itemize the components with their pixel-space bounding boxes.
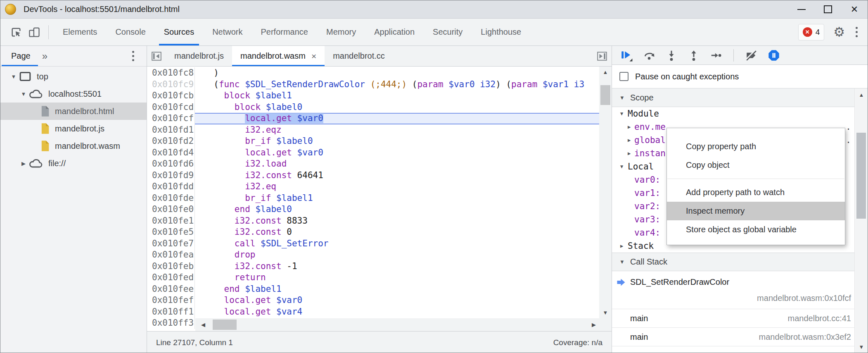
editor-horizontal-scrollbar[interactable]: ◀ ▶ — [195, 318, 599, 331]
call-stack-section-header[interactable]: ▼ Call Stack — [612, 253, 868, 271]
code-line[interactable]: 0x010fcf local.get $var0 — [147, 113, 612, 124]
gutter-address[interactable]: 0x010fd9 — [147, 170, 195, 181]
scope-section-header[interactable]: ▼ Scope — [612, 88, 868, 107]
scroll-up-icon[interactable]: ▲ — [599, 69, 612, 75]
gutter-address[interactable]: 0x010fc9 — [147, 79, 195, 91]
code-line[interactable]: 0x010fc9 (func $SDL_SetRenderDrawColor (… — [147, 79, 612, 91]
tab-page[interactable]: Page — [0, 46, 41, 66]
code-line-text[interactable]: i32.const 0 — [195, 227, 612, 238]
pause-on-exceptions-button[interactable] — [768, 49, 780, 62]
close-button[interactable]: ✕ — [841, 0, 868, 18]
more-tabs-icon[interactable]: » — [42, 50, 47, 62]
vertical-scroll-thumb[interactable] — [600, 85, 610, 105]
code-line[interactable]: 0x010fdd i32.eq — [147, 181, 612, 193]
editor-tab-mandelbrot-wasm[interactable]: mandelbrot.wasm× — [232, 46, 325, 66]
menu-item-copy-property-path[interactable]: Copy property path — [667, 137, 845, 156]
show-right-panel-button[interactable] — [593, 46, 612, 66]
gutter-address[interactable]: 0x010fcb — [147, 90, 195, 102]
gutter-address[interactable]: 0x010fe7 — [147, 238, 195, 250]
code-line-text[interactable]: block $label0 — [195, 102, 612, 113]
gutter-address[interactable]: 0x010fe5 — [147, 227, 195, 238]
code-line-text[interactable]: i32.const 64641 — [195, 170, 612, 181]
gutter-address[interactable]: 0x010fd1 — [147, 124, 195, 136]
code-line-text[interactable]: end $label0 — [195, 204, 612, 215]
code-line[interactable]: 0x010fe7 call $SDL_SetError — [147, 238, 612, 250]
sidebar-item-mandelbrot-wasm[interactable]: mandelbrot.wasm — [0, 137, 147, 155]
step-into-button[interactable] — [666, 50, 677, 61]
editor-tab-mandelbrot-js[interactable]: mandelbrot.js — [166, 46, 232, 66]
frame-location[interactable]: mandelbrot.wasm:0x10fcf — [757, 293, 851, 303]
code-line[interactable]: 0x010fea drop — [147, 249, 612, 261]
gutter-address[interactable]: 0x010fc8 — [147, 67, 195, 79]
chevron-right-icon[interactable]: ▶ — [628, 137, 631, 143]
code-line[interactable]: 0x010fee end $label1 — [147, 284, 612, 295]
gutter-address[interactable]: 0x010fd2 — [147, 136, 195, 147]
editor-tab-mandelbrot-cc[interactable]: mandelbrot.cc — [325, 46, 393, 66]
code-line-text[interactable]: br_if $label1 — [195, 193, 612, 204]
gutter-address[interactable]: 0x010fed — [147, 272, 195, 284]
code-line-text[interactable]: i32.const 8833 — [195, 215, 612, 227]
resume-button[interactable] — [620, 49, 633, 62]
settings-gear-icon[interactable]: ⚙ — [833, 26, 845, 38]
scroll-right-icon[interactable]: ▶ — [592, 318, 596, 331]
deactivate-breakpoints-button[interactable] — [745, 50, 757, 61]
code-line-text[interactable]: block $label1 — [195, 90, 612, 102]
menu-item-copy-object[interactable]: Copy object — [667, 156, 845, 174]
chevron-right-icon[interactable]: ▶ — [19, 160, 28, 167]
code-view[interactable]: 0x010fc8 )0x010fc9 (func $SDL_SetRenderD… — [147, 67, 612, 331]
code-line-text[interactable]: i32.eq — [195, 181, 612, 193]
tab-elements[interactable]: Elements — [54, 19, 106, 45]
chevron-right-icon[interactable]: ▶ — [628, 124, 631, 130]
code-line[interactable]: 0x010fd1 i32.eqz — [147, 124, 612, 136]
code-line-text[interactable]: (func $SDL_SetRenderDrawColor (;444;) (p… — [195, 79, 612, 91]
sidebar-item-mandelbrot-js[interactable]: mandelbrot.js — [0, 120, 147, 137]
tab-security[interactable]: Security — [424, 19, 472, 45]
code-line[interactable]: 0x010fed return — [147, 272, 612, 284]
chevron-right-icon[interactable]: ▶ — [620, 243, 623, 249]
gutter-address[interactable]: 0x010fcf — [147, 113, 195, 124]
code-line[interactable]: 0x010fe5 i32.const 0 — [147, 227, 612, 238]
chevron-down-icon[interactable]: ▼ — [620, 111, 623, 117]
tab-memory[interactable]: Memory — [317, 19, 365, 45]
code-line[interactable]: 0x010fd9 i32.const 64641 — [147, 170, 612, 181]
chevron-down-icon[interactable]: ▼ — [19, 91, 28, 97]
menu-item-store-object-as-global-variable[interactable]: Store object as global variable — [667, 220, 845, 239]
code-line-text[interactable]: drop — [195, 249, 612, 261]
code-line-text[interactable]: local.get $var0 — [195, 295, 612, 306]
step-out-button[interactable] — [688, 50, 700, 61]
device-toolbar-button[interactable] — [25, 22, 43, 42]
sidebar-item-mandelbrot-html[interactable]: mandelbrot.html — [0, 103, 147, 120]
navigator-menu-icon[interactable] — [130, 49, 136, 63]
sidebar-item-localhost-5501[interactable]: ▼localhost:5501 — [0, 85, 147, 103]
minimize-button[interactable] — [788, 0, 815, 18]
tab-sources[interactable]: Sources — [155, 19, 203, 45]
code-line[interactable]: 0x010fd2 br_if $label0 — [147, 136, 612, 147]
gutter-address[interactable]: 0x010fcd — [147, 102, 195, 113]
gutter-address[interactable]: 0x010fd6 — [147, 158, 195, 170]
panel-scroll-thumb[interactable] — [856, 133, 866, 219]
code-line[interactable]: 0x010fde br_if $label1 — [147, 193, 612, 204]
gutter-address[interactable]: 0x010fee — [147, 284, 195, 295]
tab-network[interactable]: Network — [203, 19, 251, 45]
gutter-address[interactable]: 0x010fea — [147, 249, 195, 261]
code-line[interactable]: 0x010ff1 local.get $var4 — [147, 306, 612, 318]
code-line-text[interactable]: end $label1 — [195, 284, 612, 295]
call-stack-frame[interactable]: mainmandelbrot.wasm:0x3ef2 — [612, 328, 854, 346]
scroll-up-icon[interactable]: ▲ — [855, 92, 868, 98]
code-line-text[interactable]: local.get $var4 — [195, 306, 612, 318]
gutter-address[interactable]: 0x010fde — [147, 193, 195, 204]
code-line-text[interactable]: br_if $label0 — [195, 136, 612, 147]
code-line[interactable]: 0x010fcb block $label1 — [147, 90, 612, 102]
chevron-down-icon[interactable]: ▼ — [620, 164, 623, 169]
close-tab-icon[interactable]: × — [311, 52, 316, 60]
step-button[interactable] — [710, 50, 722, 61]
code-line-text[interactable]: local.get $var0 — [195, 113, 612, 124]
chevron-right-icon[interactable]: ▶ — [628, 150, 631, 156]
chevron-down-icon[interactable]: ▼ — [9, 74, 19, 80]
code-line-text[interactable]: return — [195, 272, 612, 284]
gutter-address[interactable]: 0x010fef — [147, 295, 195, 306]
scroll-down-icon[interactable]: ▼ — [855, 344, 868, 350]
code-line-text[interactable]: ) — [195, 67, 612, 79]
maximize-button[interactable] — [815, 0, 841, 18]
gutter-address[interactable]: 0x010ff1 — [147, 306, 195, 318]
